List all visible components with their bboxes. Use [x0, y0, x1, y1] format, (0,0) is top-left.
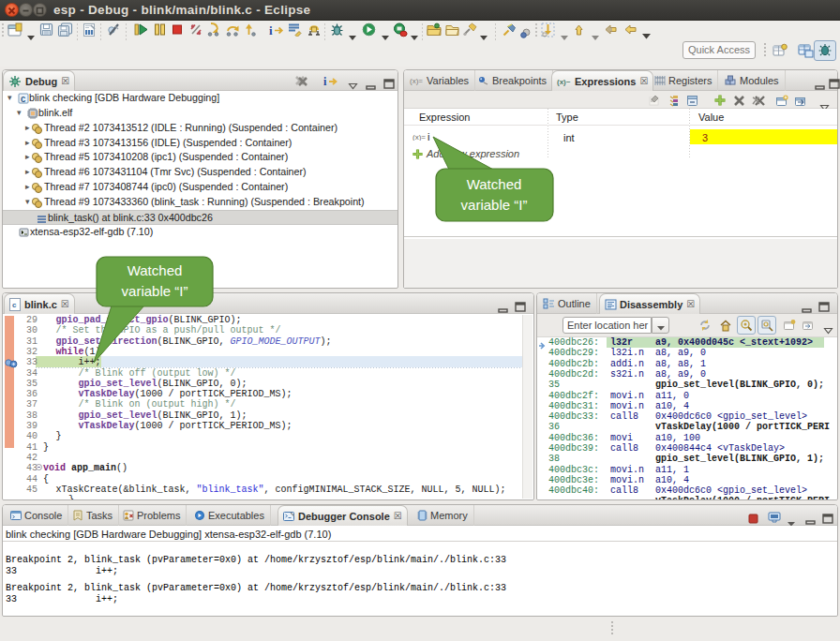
svg-text:i: i	[269, 23, 273, 37]
svg-text:i: i	[323, 75, 327, 88]
svg-text:(x)~: (x)~	[557, 78, 571, 86]
svg-text:c: c	[12, 301, 17, 309]
svg-text:variable “I”: variable “I”	[122, 283, 188, 299]
svg-text:Watched: Watched	[467, 176, 522, 192]
svg-text:Watched: Watched	[128, 262, 183, 278]
svg-text:C: C	[21, 96, 26, 105]
svg-text:variable “I”: variable “I”	[461, 197, 528, 213]
svg-text:(x)=: (x)=	[410, 77, 423, 85]
